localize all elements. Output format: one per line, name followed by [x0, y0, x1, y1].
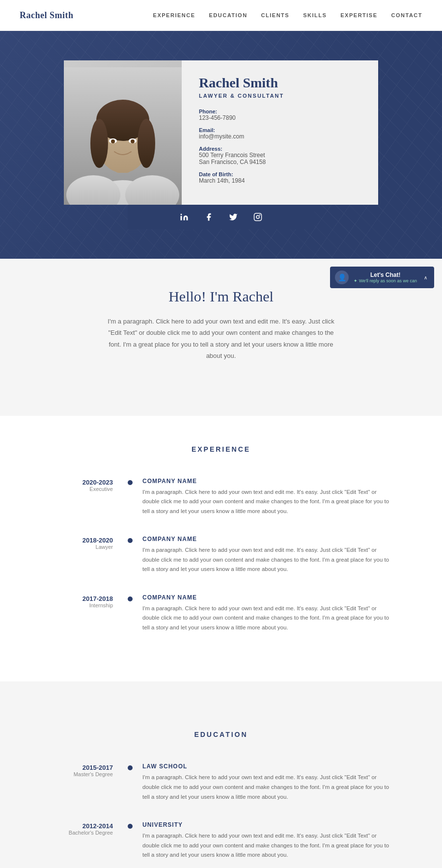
social-bar — [128, 205, 314, 229]
timeline-desc: I'm a paragraph. Click here to add your … — [142, 488, 393, 516]
phone-label: Phone: — [199, 108, 361, 114]
nav-links: EXPERIENCE EDUCATION CLIENTS SKILLS EXPE… — [153, 12, 422, 18]
email-value: info@mysite.com — [199, 133, 361, 140]
hero-phone: Phone: 123-456-7890 — [199, 108, 361, 121]
divider-2 — [0, 681, 442, 701]
svg-point-9 — [111, 139, 115, 143]
timeline-desc: I'm a paragraph. Click here to add your … — [142, 831, 393, 860]
chevron-up-icon: ∧ — [424, 275, 427, 280]
timeline-dot — [128, 597, 133, 601]
experience-title: EXPERIENCE — [20, 445, 422, 453]
nav-link-skills[interactable]: SKILLS — [303, 12, 327, 18]
nav-link-contact[interactable]: CONTACT — [391, 12, 422, 18]
timeline-role: Internship — [49, 602, 113, 608]
timeline-role: Master's Degree — [49, 771, 113, 777]
dob-value: March 14th, 1984 — [199, 177, 361, 184]
svg-point-6 — [138, 119, 155, 168]
hero-title: LAWYER & CONSULTANT — [199, 93, 361, 99]
hero-dob: Date of Birth: March 14th, 1984 — [199, 171, 361, 184]
brand-name: Rachel Smith — [20, 10, 74, 21]
timeline-dot — [128, 538, 133, 543]
svg-point-15 — [259, 215, 260, 216]
education-title: EDUCATION — [20, 731, 422, 738]
divider-1 — [0, 396, 442, 416]
about-title: Hello! I'm Rachel — [20, 288, 422, 305]
instagram-icon[interactable] — [252, 212, 263, 222]
experience-section: EXPERIENCE 2020-2023 Executive COMPANY N… — [0, 416, 442, 682]
timeline-item: 2015-2017 Master's Degree LAW SCHOOL I'm… — [49, 763, 393, 802]
chat-text: Let's Chat! ✦ We'll reply as soon as we … — [354, 271, 417, 283]
nav-link-expertise[interactable]: EXPERTISE — [340, 12, 377, 18]
timeline-company: UNIVERSITY — [142, 821, 393, 828]
profile-photo — [64, 67, 182, 205]
svg-rect-13 — [254, 214, 262, 221]
dob-label: Date of Birth: — [199, 171, 361, 177]
timeline-content: LAW SCHOOL I'm a paragraph. Click here t… — [142, 763, 393, 802]
timeline-year: 2020-2023 — [49, 479, 113, 486]
timeline-year: 2018-2020 — [49, 537, 113, 544]
timeline-dot — [128, 480, 133, 485]
svg-point-5 — [90, 119, 108, 168]
timeline-content: COMPANY NAME I'm a paragraph. Click here… — [142, 478, 393, 516]
timeline-company: COMPANY NAME — [142, 536, 393, 542]
hero-card: Rachel Smith LAWYER & CONSULTANT Phone: … — [64, 60, 378, 205]
timeline-date: 2012-2014 Bachelor's Degree — [49, 821, 128, 836]
timeline-desc: I'm a paragraph. Click here to add your … — [142, 545, 393, 574]
experience-timeline: 2020-2023 Executive COMPANY NAME I'm a p… — [49, 478, 393, 633]
timeline-year: 2017-2018 — [49, 595, 113, 602]
timeline-date: 2018-2020 Lawyer — [49, 536, 128, 550]
about-text: I'm a paragraph. Click here to add your … — [103, 316, 339, 362]
nav-link-education[interactable]: EDUCATION — [209, 12, 248, 18]
photo-svg — [64, 67, 182, 205]
nav-link-experience[interactable]: EXPERIENCE — [153, 12, 195, 18]
phone-value: 123-456-7890 — [199, 114, 361, 121]
hero-name: Rachel Smith — [199, 75, 361, 91]
address-line2: San Francisco, CA 94158 — [199, 159, 361, 165]
svg-point-10 — [131, 139, 135, 143]
timeline-item: 2020-2023 Executive COMPANY NAME I'm a p… — [49, 478, 393, 516]
timeline-item: 2012-2014 Bachelor's Degree UNIVERSITY I… — [49, 821, 393, 860]
hero-photo — [64, 60, 182, 205]
timeline-company: COMPANY NAME — [142, 594, 393, 601]
linkedin-icon[interactable] — [179, 212, 190, 222]
timeline-desc: I'm a paragraph. Click here to add your … — [142, 604, 393, 633]
about-section: 👤 Let's Chat! ✦ We'll reply as soon as w… — [0, 259, 442, 396]
chat-label: Let's Chat! — [354, 271, 417, 278]
hero-section: Rachel Smith LAWYER & CONSULTANT Phone: … — [0, 31, 442, 259]
svg-point-14 — [256, 216, 259, 218]
timeline-item: 2018-2020 Lawyer COMPANY NAME I'm a para… — [49, 536, 393, 574]
timeline-desc: I'm a paragraph. Click here to add your … — [142, 773, 393, 802]
timeline-date: 2017-2018 Internship — [49, 594, 128, 608]
timeline-company: LAW SCHOOL — [142, 763, 393, 770]
education-section: EDUCATION 2015-2017 Master's Degree LAW … — [0, 701, 442, 868]
timeline-date: 2015-2017 Master's Degree — [49, 763, 128, 777]
timeline-content: UNIVERSITY I'm a paragraph. Click here t… — [142, 821, 393, 860]
timeline-content: COMPANY NAME I'm a paragraph. Click here… — [142, 594, 393, 633]
chat-sublabel: ✦ We'll reply as soon as we can — [354, 278, 417, 283]
nav-link-clients[interactable]: CLIENTS — [261, 12, 290, 18]
hero-address: Address: 500 Terry Francois Street San F… — [199, 146, 361, 165]
timeline-year: 2015-2017 — [49, 764, 113, 771]
chat-avatar: 👤 — [335, 271, 349, 284]
education-timeline: 2015-2017 Master's Degree LAW SCHOOL I'm… — [49, 763, 393, 868]
timeline-dot — [128, 824, 133, 829]
email-label: Email: — [199, 127, 361, 133]
hero-info: Rachel Smith LAWYER & CONSULTANT Phone: … — [182, 60, 378, 205]
address-line1: 500 Terry Francois Street — [199, 152, 361, 159]
timeline-content: COMPANY NAME I'm a paragraph. Click here… — [142, 536, 393, 574]
timeline-item: 2017-2018 Internship COMPANY NAME I'm a … — [49, 594, 393, 633]
navigation: Rachel Smith EXPERIENCE EDUCATION CLIENT… — [0, 0, 442, 31]
timeline-dot — [128, 765, 133, 770]
hero-email: Email: info@mysite.com — [199, 127, 361, 140]
timeline-company: COMPANY NAME — [142, 478, 393, 485]
twitter-icon[interactable] — [228, 212, 239, 222]
timeline-year: 2012-2014 — [49, 822, 113, 830]
address-label: Address: — [199, 146, 361, 152]
timeline-role: Bachelor's Degree — [49, 830, 113, 836]
timeline-role: Executive — [49, 486, 113, 492]
chat-widget[interactable]: 👤 Let's Chat! ✦ We'll reply as soon as w… — [330, 267, 434, 288]
timeline-date: 2020-2023 Executive — [49, 478, 128, 492]
facebook-icon[interactable] — [203, 212, 214, 222]
timeline-role: Lawyer — [49, 544, 113, 550]
